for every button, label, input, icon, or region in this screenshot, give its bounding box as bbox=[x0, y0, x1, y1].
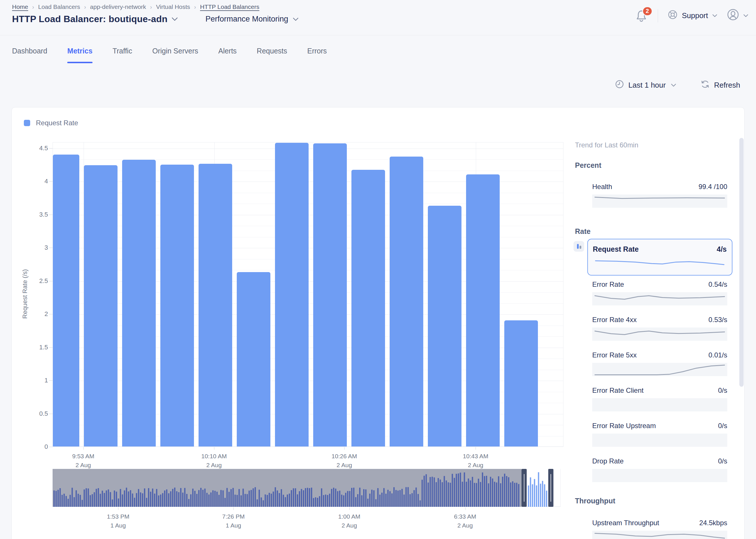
breadcrumb-item-app-delivery-network[interactable]: app-delivery-network bbox=[90, 3, 146, 10]
metric-value: 0.54/s bbox=[709, 280, 727, 288]
breadcrumb-item-http-load-balancers[interactable]: HTTP Load Balancers bbox=[200, 3, 259, 10]
tab-requests[interactable]: Requests bbox=[257, 47, 287, 63]
metric-label: Error Rate bbox=[592, 280, 624, 288]
timeline-tick-mark bbox=[349, 507, 350, 510]
tab-alerts[interactable]: Alerts bbox=[218, 47, 237, 63]
metric-label: Error Rate Client bbox=[592, 386, 643, 395]
sparkline-area bbox=[592, 469, 727, 482]
y-tick-label: 4.5 bbox=[18, 144, 48, 152]
sparkline bbox=[592, 531, 727, 539]
metric-request-rate-selected-card[interactable]: Request Rate4/s bbox=[587, 239, 732, 275]
trend-title: Trend for Last 60min bbox=[575, 141, 639, 149]
sparkline-area bbox=[592, 433, 727, 447]
breadcrumb-item-home[interactable]: Home bbox=[12, 3, 28, 10]
request-rate-bar[interactable] bbox=[313, 143, 347, 446]
metric-value: 4/s bbox=[717, 245, 727, 254]
request-rate-bar[interactable] bbox=[122, 160, 156, 446]
title-row: HTTP Load Balancer: boutique-adn Perform… bbox=[12, 14, 299, 25]
notification-badge: 2 bbox=[642, 6, 652, 16]
timeline-tick-mark bbox=[465, 507, 466, 510]
y-tick-mark bbox=[49, 314, 52, 314]
metric-upstream-throughput-row[interactable]: Upstream Throughput24.5kbps bbox=[592, 519, 727, 539]
metric-label: Upstream Throughput bbox=[592, 519, 659, 527]
sparkline-area bbox=[592, 328, 727, 341]
support-menu[interactable]: Support bbox=[667, 9, 717, 22]
sparkline-area bbox=[592, 531, 727, 539]
y-tick-label: 0 bbox=[18, 443, 48, 450]
sparkline bbox=[592, 328, 727, 341]
metric-error-rate-client-row[interactable]: Error Rate Client0/s bbox=[592, 386, 727, 412]
bar-chart-icon bbox=[573, 241, 584, 252]
tab-bar: DashboardMetricsTrafficOrigin ServersAle… bbox=[12, 47, 327, 63]
sparkline bbox=[592, 292, 727, 305]
sidebar-scrollbar-thumb[interactable] bbox=[739, 138, 744, 387]
view-selector[interactable]: Performance Monitoring bbox=[205, 15, 299, 24]
brush-handle-left[interactable] bbox=[521, 469, 527, 507]
x-tick-label: 10:26 AM2 Aug bbox=[332, 452, 357, 470]
page-title: HTTP Load Balancer: boutique-adn bbox=[12, 14, 168, 25]
support-chevron-down-icon bbox=[712, 14, 717, 17]
tab-errors[interactable]: Errors bbox=[307, 47, 327, 63]
request-rate-bar[interactable] bbox=[466, 174, 500, 446]
metric-value: 0/s bbox=[718, 457, 727, 465]
tab-dashboard[interactable]: Dashboard bbox=[12, 47, 47, 63]
refresh-button[interactable]: Refresh bbox=[700, 79, 740, 91]
y-tick-label: 2.5 bbox=[18, 277, 48, 285]
request-rate-bar[interactable] bbox=[237, 272, 270, 446]
request-rate-bar[interactable] bbox=[275, 143, 309, 446]
y-tick-mark bbox=[49, 248, 52, 248]
metric-error-rate-upstream-row[interactable]: Error Rate Upstream0/s bbox=[592, 422, 727, 447]
breadcrumb-separator-icon: › bbox=[84, 4, 86, 10]
metric-label: Request Rate bbox=[593, 245, 639, 254]
notifications-button[interactable]: 2 bbox=[635, 9, 648, 23]
timeline-tick-label: 7:26 PM1 Aug bbox=[222, 512, 245, 530]
metric-error-rate-row[interactable]: Error Rate0.54/s bbox=[592, 280, 727, 305]
sparkline bbox=[592, 194, 727, 208]
clock-icon bbox=[615, 79, 624, 91]
time-range-label: Last 1 hour bbox=[629, 81, 666, 90]
metric-label: Health bbox=[592, 183, 612, 191]
metric-drop-rate-row[interactable]: Drop Rate0/s bbox=[592, 457, 727, 482]
x-tick-mark bbox=[214, 447, 214, 450]
request-rate-bar[interactable] bbox=[504, 320, 538, 446]
sparkline-area bbox=[592, 194, 727, 208]
y-tick-mark bbox=[49, 181, 52, 182]
request-rate-bar[interactable] bbox=[428, 206, 462, 446]
support-label: Support bbox=[682, 11, 708, 20]
request-rate-bar[interactable] bbox=[160, 165, 194, 446]
metric-error-rate-5xx-row[interactable]: Error Rate 5xx0.01/s bbox=[592, 351, 727, 376]
view-chevron-down-icon bbox=[293, 18, 299, 21]
request-rate-bar[interactable] bbox=[84, 165, 117, 446]
request-rate-bar[interactable] bbox=[53, 155, 79, 446]
tab-origin-servers[interactable]: Origin Servers bbox=[152, 47, 198, 63]
metric-label: Error Rate 5xx bbox=[592, 351, 637, 359]
metric-value: 0.53/s bbox=[709, 316, 727, 324]
x-tick-mark bbox=[476, 447, 476, 450]
tab-metrics[interactable]: Metrics bbox=[67, 47, 93, 63]
metric-label: Error Rate 4xx bbox=[592, 316, 637, 324]
title-chevron-down-icon[interactable] bbox=[172, 17, 178, 21]
refresh-label: Refresh bbox=[714, 81, 740, 90]
request-rate-bar[interactable] bbox=[390, 157, 423, 446]
brush-handle-right[interactable] bbox=[548, 469, 554, 507]
timeline-minimap[interactable] bbox=[52, 469, 561, 507]
breadcrumb-item-load-balancers[interactable]: Load Balancers bbox=[38, 3, 80, 10]
sparkline-area bbox=[592, 363, 727, 376]
metric-error-rate-4xx-row[interactable]: Error Rate 4xx0.53/s bbox=[592, 316, 727, 341]
chart-legend-item[interactable]: Request Rate bbox=[24, 119, 78, 127]
request-rate-bar[interactable] bbox=[351, 170, 385, 446]
breadcrumb: Home›Load Balancers›app-delivery-network… bbox=[12, 3, 259, 10]
timeline-tick-mark bbox=[118, 507, 118, 510]
tab-traffic[interactable]: Traffic bbox=[113, 47, 132, 63]
x-tick-label: 9:53 AM2 Aug bbox=[72, 452, 94, 470]
request-rate-bar[interactable] bbox=[198, 164, 232, 446]
y-tick-label: 1.5 bbox=[18, 344, 48, 351]
timeline-tick-label: 6:33 AM2 Aug bbox=[454, 512, 476, 530]
breadcrumb-item-virtual-hosts[interactable]: Virtual Hosts bbox=[156, 3, 190, 10]
metric-health-row[interactable]: Health99.4 /100 bbox=[592, 183, 727, 208]
legend-swatch-icon bbox=[24, 120, 30, 126]
metric-value: 99.4 /100 bbox=[699, 183, 727, 191]
time-range-selector[interactable]: Last 1 hour bbox=[615, 79, 676, 91]
user-menu[interactable] bbox=[726, 8, 748, 23]
breadcrumb-separator-icon: › bbox=[32, 4, 34, 10]
